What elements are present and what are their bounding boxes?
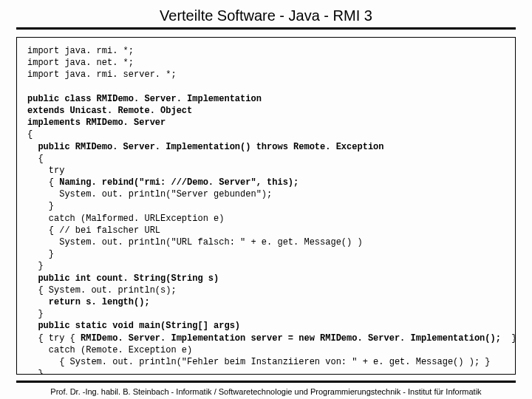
code-line: public class RMIDemo. Server. Implementa… [27, 94, 262, 104]
code-line: } [27, 201, 54, 211]
code-line: catch (Remote. Exception e) [27, 345, 192, 355]
title-divider [16, 27, 516, 30]
code-line: Naming. rebind("rmi: ///Demo. Server", t… [59, 177, 299, 188]
code-line: catch (Malformed. URLException e) [27, 214, 224, 224]
code-line: } [27, 309, 44, 319]
code-line: System. out. println("URL falsch: " + e.… [27, 237, 363, 248]
footer-divider [16, 381, 516, 383]
page-title: Verteilte Software - Java - RMI 3 [16, 7, 516, 27]
code-line: { [27, 177, 59, 188]
code-line: import java. rmi. *; [27, 46, 134, 56]
code-line: import java. rmi. server. *; [27, 69, 177, 80]
code-line: { System. out. println(s); [27, 285, 177, 296]
page-footer: Prof. Dr. -Ing. habil. B. Steinbach - In… [16, 387, 516, 399]
code-line: try [27, 166, 64, 176]
code-line: public static void main(String[] args) [27, 321, 240, 331]
code-line: { // bei falscher URL [27, 225, 160, 236]
code-line: implements RMIDemo. Server [27, 117, 166, 128]
code-line: { [27, 129, 33, 140]
code-line: public RMIDemo. Server. Implementation()… [27, 142, 383, 152]
code-line: } [27, 249, 54, 259]
code-line: RMIDemo. Server. Implementation server =… [81, 333, 501, 344]
code-line: } [501, 333, 516, 344]
code-line: } [27, 369, 44, 375]
code-line: System. out. println("Server gebunden"); [27, 189, 272, 200]
slide: Verteilte Software - Java - RMI 3 import… [0, 0, 532, 399]
code-line: } [27, 261, 44, 271]
code-line: import java. net. *; [27, 58, 134, 68]
code-line: { try { [27, 333, 81, 344]
code-line: { System. out. println("Fehler beim Inst… [27, 357, 491, 367]
code-listing: import java. rmi. *; import java. net. *… [16, 37, 516, 375]
code-line: return s. length(); [27, 297, 150, 307]
code-line: extends Unicast. Remote. Object [27, 106, 192, 116]
code-line: public int count. String(String s) [27, 273, 219, 284]
code-line: { [27, 154, 44, 164]
